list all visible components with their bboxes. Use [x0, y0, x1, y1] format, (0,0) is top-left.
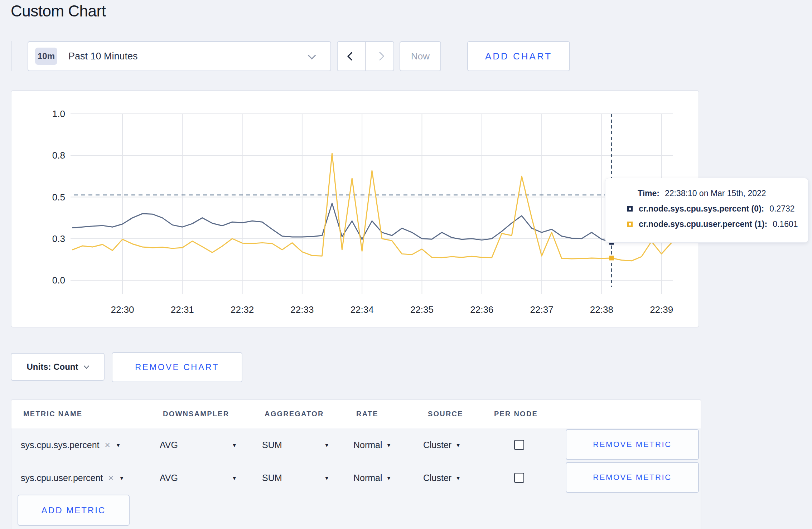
- svg-text:22:33: 22:33: [290, 304, 314, 315]
- tooltip-time-label: Time:: [638, 189, 659, 198]
- remove-metric-button[interactable]: REMOVE METRIC: [566, 462, 699, 493]
- downsampler-select[interactable]: AVG ▼: [160, 471, 237, 485]
- caret-down-icon[interactable]: ▼: [119, 475, 124, 481]
- units-label: Units: Count: [27, 362, 78, 372]
- tooltip-series-name: cr.node.sys.cpu.sys.percent (0):: [639, 204, 764, 214]
- svg-text:22:37: 22:37: [530, 304, 554, 315]
- add-chart-button[interactable]: ADD CHART: [467, 41, 570, 71]
- aggregator-select[interactable]: SUM ▼: [262, 438, 329, 452]
- chevron-left-icon: [347, 52, 356, 60]
- aggregator-value: SUM: [262, 440, 282, 450]
- per-node-checkbox[interactable]: [514, 473, 524, 483]
- time-next-button[interactable]: [365, 42, 393, 71]
- svg-text:22:34: 22:34: [351, 304, 374, 315]
- caret-down-icon: ▼: [324, 475, 329, 481]
- chart-plot[interactable]: 0.00.30.50.81.022:3022:3122:3222:3322:34…: [11, 91, 700, 328]
- table-row-metric-name: sys.cpu.user.percent × ▼: [21, 471, 124, 485]
- caret-down-icon[interactable]: ▼: [116, 442, 121, 448]
- time-prev-button[interactable]: [338, 42, 365, 71]
- remove-metric-button[interactable]: REMOVE METRIC: [566, 429, 699, 460]
- svg-text:22:31: 22:31: [171, 304, 194, 315]
- svg-text:22:30: 22:30: [111, 304, 134, 315]
- chart-card: 0.00.30.50.81.022:3022:3122:3222:3322:34…: [11, 90, 699, 327]
- remove-metric-x-icon[interactable]: ×: [105, 440, 110, 450]
- svg-text:0.8: 0.8: [52, 150, 65, 161]
- custom-chart-page: Custom Chart 10m Past 10 Minutes Now ADD…: [0, 0, 812, 529]
- page-title: Custom Chart: [11, 2, 106, 20]
- column-header-metric-name: METRIC NAME: [23, 410, 82, 418]
- column-header-aggregator: AGGREGATOR: [265, 410, 324, 418]
- caret-down-icon: ▼: [232, 442, 237, 448]
- tooltip-series-row: cr.node.sys.cpu.user.percent (1): 0.1601: [627, 219, 808, 229]
- caret-down-icon: ▼: [386, 442, 392, 448]
- source-select[interactable]: Cluster ▼: [423, 438, 461, 452]
- svg-text:0.3: 0.3: [52, 233, 65, 244]
- tooltip-series-name: cr.node.sys.cpu.user.percent (1):: [639, 219, 767, 229]
- caret-down-icon: ▼: [455, 475, 461, 481]
- tooltip-time-value: 22:38:10 on Mar 15th, 2022: [665, 189, 766, 198]
- sys-series-swatch-icon: [627, 206, 633, 212]
- svg-text:0.5: 0.5: [52, 192, 65, 203]
- toolbar-divider: [11, 41, 11, 71]
- column-header-per-node: PER NODE: [494, 410, 538, 418]
- downsampler-value: AVG: [160, 473, 178, 483]
- remove-chart-button[interactable]: REMOVE CHART: [112, 352, 242, 382]
- tooltip-series-value: 0.2732: [769, 204, 794, 214]
- column-header-downsampler: DOWNSAMPLER: [163, 410, 229, 418]
- svg-text:22:36: 22:36: [470, 304, 493, 315]
- chevron-right-icon: [375, 52, 384, 60]
- metric-name-value: sys.cpu.sys.percent: [21, 440, 100, 450]
- caret-down-icon: ▼: [455, 442, 461, 448]
- caret-down-icon: ▼: [232, 475, 237, 481]
- table-row-metric-name: sys.cpu.sys.percent × ▼: [21, 438, 121, 452]
- column-header-source: SOURCE: [428, 410, 463, 418]
- source-select[interactable]: Cluster ▼: [423, 471, 461, 485]
- remove-metric-x-icon[interactable]: ×: [108, 473, 113, 482]
- rate-value: Normal: [353, 473, 382, 483]
- svg-text:22:39: 22:39: [650, 304, 673, 315]
- caret-down-icon: ▼: [386, 475, 392, 481]
- aggregator-select[interactable]: SUM ▼: [262, 471, 329, 485]
- source-value: Cluster: [423, 440, 451, 450]
- add-metric-button[interactable]: ADD METRIC: [18, 495, 130, 526]
- time-window-badge: 10m: [35, 48, 57, 65]
- time-window-dropdown[interactable]: 10m Past 10 Minutes: [28, 41, 331, 71]
- aggregator-value: SUM: [262, 473, 282, 483]
- svg-text:22:35: 22:35: [410, 304, 434, 315]
- caret-down-icon: ▼: [324, 442, 329, 448]
- svg-text:22:38: 22:38: [590, 304, 613, 315]
- chart-tooltip: Time: 22:38:10 on Mar 15th, 2022 cr.node…: [605, 178, 808, 243]
- downsampler-select[interactable]: AVG ▼: [160, 438, 237, 452]
- tooltip-series-row: cr.node.sys.cpu.sys.percent (0): 0.2732: [627, 204, 808, 214]
- rate-select[interactable]: Normal ▼: [353, 438, 391, 452]
- tooltip-time-row: Time: 22:38:10 on Mar 15th, 2022: [638, 189, 808, 198]
- rate-select[interactable]: Normal ▼: [353, 471, 391, 485]
- rate-value: Normal: [353, 440, 382, 450]
- svg-text:1.0: 1.0: [52, 108, 65, 119]
- now-button[interactable]: Now: [400, 41, 441, 71]
- column-header-rate: RATE: [356, 410, 378, 418]
- source-value: Cluster: [423, 473, 451, 483]
- units-dropdown[interactable]: Units: Count: [11, 353, 105, 381]
- svg-text:0.0: 0.0: [52, 275, 65, 286]
- time-nav-group: [337, 41, 394, 71]
- downsampler-value: AVG: [160, 440, 178, 450]
- user-series-swatch-icon: [627, 222, 633, 227]
- per-node-checkbox[interactable]: [514, 440, 524, 450]
- chevron-down-icon: [308, 52, 316, 60]
- svg-text:22:32: 22:32: [231, 304, 254, 315]
- metric-name-value: sys.cpu.user.percent: [21, 473, 103, 483]
- time-window-label: Past 10 Minutes: [68, 51, 138, 62]
- tooltip-series-value: 0.1601: [773, 219, 798, 229]
- chevron-down-icon: [84, 363, 90, 369]
